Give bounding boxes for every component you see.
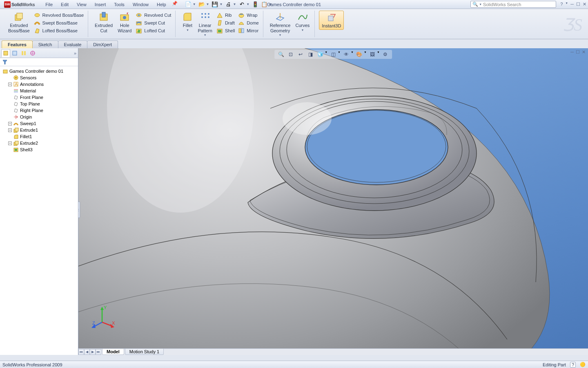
undo-icon[interactable]: ↶ xyxy=(238,1,245,8)
menu-edit[interactable]: Edit xyxy=(57,1,73,8)
revolved-boss-button[interactable]: Revolved Boss/Base xyxy=(32,11,86,19)
orientation-triad-icon[interactable]: Y X Z xyxy=(91,305,115,330)
status-help-icon[interactable]: ? xyxy=(570,362,576,368)
revolved-cut-button[interactable]: Revolved Cut xyxy=(134,11,173,19)
tree-filter[interactable] xyxy=(0,58,78,66)
dropdown-icon[interactable]: ▼ xyxy=(377,51,380,58)
maximize-icon[interactable]: ☐ xyxy=(576,2,580,7)
menu-tools[interactable]: Tools xyxy=(110,1,129,8)
tree-item[interactable]: +Extrude1 xyxy=(1,127,77,133)
expand-toggle-icon[interactable]: + xyxy=(8,141,12,145)
tab-features[interactable]: Features xyxy=(2,40,33,48)
expand-toggle-icon[interactable]: + xyxy=(8,122,12,126)
fillet-button[interactable]: Fillet▼ xyxy=(180,11,195,33)
tree-item[interactable]: +Extrude2 xyxy=(1,140,77,146)
close-icon[interactable]: ✕ xyxy=(582,49,586,55)
hide-show-icon[interactable]: 👁 xyxy=(342,51,350,58)
tree-item[interactable]: Sensors xyxy=(1,74,77,81)
print-icon[interactable]: 🖨 xyxy=(225,1,232,8)
tree-tab-property[interactable] xyxy=(10,49,19,57)
extruded-boss-button[interactable]: Extruded Boss/Base xyxy=(6,11,32,34)
search-box[interactable]: 🔍▼ xyxy=(470,1,556,8)
instant3d-button[interactable]: Instant3D xyxy=(319,11,344,30)
apply-scene-icon[interactable]: 🖼 xyxy=(368,51,376,58)
lofted-boss-button[interactable]: Lofted Boss/Base xyxy=(32,27,86,34)
tab-model[interactable]: Model xyxy=(102,349,124,355)
tree-item[interactable]: Right Plane xyxy=(1,107,77,114)
mirror-button[interactable]: Mirror xyxy=(236,27,260,34)
tree-item[interactable]: Top Plane xyxy=(1,101,77,107)
tab-evaluate[interactable]: Evaluate xyxy=(58,40,88,48)
curves-button[interactable]: Curves▼ xyxy=(293,11,312,33)
menu-insert[interactable]: Insert xyxy=(91,1,110,8)
tab-first-icon[interactable]: ⏮ xyxy=(78,349,84,355)
expand-toggle-icon[interactable]: + xyxy=(8,83,12,86)
tree-item[interactable]: +Sweep1 xyxy=(1,120,77,127)
tree-item[interactable]: Origin xyxy=(1,114,77,120)
minimize-icon[interactable]: ─ xyxy=(570,49,574,55)
extruded-cut-button[interactable]: Extruded Cut xyxy=(92,11,115,34)
dropdown-icon[interactable]: ▼ xyxy=(565,2,568,7)
help-icon[interactable]: ? xyxy=(560,2,563,7)
section-view-icon[interactable]: ◨ xyxy=(306,51,314,58)
close-icon[interactable]: ✕ xyxy=(583,2,586,7)
dropdown-icon[interactable]: ▼ xyxy=(479,3,482,6)
dropdown-icon[interactable]: ▼ xyxy=(206,2,209,6)
viewport-3d[interactable]: ⋮ xyxy=(78,48,588,355)
tab-next-icon[interactable]: ▶ xyxy=(90,349,96,355)
swept-cut-button[interactable]: Swept Cut xyxy=(134,19,173,27)
dropdown-icon[interactable]: ▼ xyxy=(246,2,249,6)
swept-boss-button[interactable]: Swept Boss/Base xyxy=(32,19,86,27)
new-icon[interactable]: 📄 xyxy=(185,1,192,8)
pin-icon[interactable]: 📌 xyxy=(172,1,178,8)
menu-view[interactable]: View xyxy=(73,1,91,8)
dropdown-icon[interactable]: ▼ xyxy=(219,2,223,6)
view-orientation-icon[interactable]: 🧊 xyxy=(316,51,324,58)
lofted-cut-button[interactable]: Lofted Cut xyxy=(134,27,173,34)
dropdown-icon[interactable]: ▼ xyxy=(364,51,367,58)
status-rebuild-icon[interactable]: 🟡 xyxy=(580,362,586,367)
tab-sketch[interactable]: Sketch xyxy=(32,40,58,48)
tree-item[interactable]: Fillet1 xyxy=(1,133,77,140)
tree-item[interactable]: Front Plane xyxy=(1,94,77,101)
save-icon[interactable]: 💾 xyxy=(212,1,218,8)
edit-appearance-icon[interactable]: 🎨 xyxy=(355,51,363,58)
dropdown-icon[interactable]: ▼ xyxy=(338,51,341,58)
tab-last-icon[interactable]: ⏭ xyxy=(96,349,101,355)
previous-view-icon[interactable]: ↩ xyxy=(296,51,305,58)
shell-button[interactable]: Shell xyxy=(215,27,236,34)
dropdown-icon[interactable]: ▼ xyxy=(351,51,354,58)
tab-dimxpert[interactable]: DimXpert xyxy=(87,40,118,48)
tab-motion-study[interactable]: Motion Study 1 xyxy=(125,349,164,355)
tab-prev-icon[interactable]: ◀ xyxy=(84,349,90,355)
expand-toggle-icon[interactable]: + xyxy=(8,128,12,132)
search-input[interactable] xyxy=(483,2,554,7)
tree-tab-feature[interactable] xyxy=(1,49,10,57)
hole-wizard-button[interactable]: Hole Wizard xyxy=(115,11,134,34)
menu-window[interactable]: Window xyxy=(129,1,153,8)
reference-geometry-button[interactable]: Reference Geometry▼ xyxy=(267,11,293,38)
tree-tab-dimxpert[interactable] xyxy=(28,49,37,57)
dropdown-icon[interactable]: ▼ xyxy=(233,2,236,6)
dome-button[interactable]: Dome xyxy=(236,19,260,27)
tree-item[interactable]: Material xyxy=(1,88,77,94)
tree-root[interactable]: Games Controller demo 01 xyxy=(1,68,77,74)
maximize-icon[interactable]: ☐ xyxy=(576,49,580,55)
dropdown-icon[interactable]: ▼ xyxy=(193,2,196,6)
wrap-button[interactable]: Wrap xyxy=(236,11,260,19)
dropdown-icon[interactable]: ▼ xyxy=(325,51,327,58)
minimize-icon[interactable]: ─ xyxy=(570,2,574,7)
zoom-area-icon[interactable]: ⊡ xyxy=(287,51,295,58)
rebuild-icon[interactable]: 🚦 xyxy=(252,1,258,8)
splitter-handle[interactable]: ⋮ xyxy=(78,202,80,218)
feature-tree[interactable]: Games Controller demo 01 Sensors+AAnnota… xyxy=(0,66,78,355)
expand-icon[interactable]: » xyxy=(74,51,76,56)
rib-button[interactable]: Rib xyxy=(215,11,236,19)
tree-item[interactable]: +AAnnotations xyxy=(1,81,77,88)
view-settings-icon[interactable]: ⚙ xyxy=(381,51,390,58)
zoom-fit-icon[interactable]: 🔍 xyxy=(277,51,285,58)
open-icon[interactable]: 📂 xyxy=(198,1,205,8)
options-icon[interactable]: 📋 xyxy=(261,1,267,8)
tree-item[interactable]: Shell3 xyxy=(1,146,77,153)
display-style-icon[interactable]: ◫ xyxy=(329,51,337,58)
